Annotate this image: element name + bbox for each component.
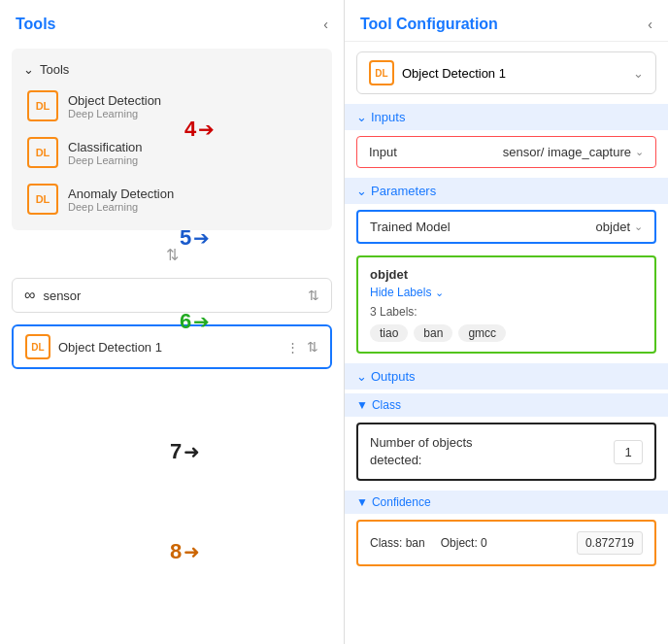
confidence-class-text: Class: ban [370,536,425,550]
sensor-adjust-icon: ⇅ [308,288,319,303]
tool-type-1: Deep Learning [68,108,161,119]
sensor-text: sensor [43,288,81,303]
sensor-icon: ∞ [24,287,35,304]
tool-type-2: Deep Learning [68,154,143,166]
dl-badge-3: DL [27,184,58,215]
hide-labels-row[interactable]: Hide Labels ⌄ [370,286,643,299]
confidence-chevron-icon: ▼ [356,495,368,509]
detection-row[interactable]: DL Object Detection 1 ⋮ ⇅ [12,324,332,369]
model-row-value: objdet ⌄ [596,220,643,234]
inputs-section-header: ⌄ Inputs [345,104,668,130]
class-box-label: Number of objectsdetected: [370,434,473,469]
tool-name-dropdown-label: Object Detection 1 [402,66,506,81]
inputs-label: Inputs [371,110,405,124]
left-collapse-icon[interactable]: ‹ [323,17,328,32]
right-collapse-icon[interactable]: ‹ [648,17,652,32]
labels-box: objdet Hide Labels ⌄ 3 Labels: tiao ban … [356,255,656,354]
input-value-container: sensor/ image_capture ⌄ [503,145,644,159]
adjust-icon-row: ⇅ [0,238,344,272]
confidence-box: Class: ban Object: 0 0.872719 [356,520,656,566]
right-header: Tool Configuration ‹ [345,0,668,42]
tool-name-dropdown[interactable]: DL Object Detection 1 ⌄ [356,51,656,94]
dropdown-chevron-icon: ⌄ [633,66,644,81]
sensor-label: ∞ sensor [24,287,81,304]
parameters-label: Parameters [371,184,436,198]
adjust-icon: ⇅ [166,246,179,264]
annotation-7-number: 7 [170,439,182,464]
annotation-7: 7 ➜ [170,439,200,464]
confidence-label: Confidence [372,495,431,509]
outputs-chevron-icon: ⌄ [356,369,367,384]
list-item[interactable]: DL Classification Deep Learning [12,129,332,176]
model-dropdown-icon: ⌄ [634,220,643,233]
class-chevron-icon: ▼ [356,398,368,412]
right-panel: Tool Configuration ‹ DL Object Detection… [345,0,668,644]
class-box-value: 1 [614,440,643,464]
hide-labels-text: Hide Labels [370,286,431,299]
parameters-section-header: ⌄ Parameters [345,178,668,204]
tools-group-header[interactable]: ⌄ Tools [12,56,332,83]
input-row[interactable]: Input sensor/ image_capture ⌄ [356,136,656,168]
right-panel-title: Tool Configuration [360,16,498,33]
more-icon[interactable]: ⋮ [286,340,299,355]
labels-box-title: objdet [370,267,643,282]
left-panel-title: Tools [16,16,55,33]
dl-badge-1: DL [27,90,58,121]
annotation-8-number: 8 [170,539,182,564]
sensor-row[interactable]: ∞ sensor ⇅ [12,278,332,313]
left-panel: Tools ‹ ⌄ Tools DL Object Detection Deep… [0,0,345,644]
confidence-section-header: ▼ Confidence [345,491,668,514]
tool-name-1: Object Detection [68,93,161,108]
inputs-chevron-icon: ⌄ [356,110,367,124]
list-item[interactable]: DL Object Detection Deep Learning [12,83,332,129]
class-label: Class [372,398,401,412]
annotation-7-arrow: ➜ [184,440,200,463]
label-tag: tiao [370,324,408,342]
input-dropdown-icon: ⌄ [635,146,644,158]
tool-name-3: Anomaly Detection [68,186,174,201]
tools-group-label: Tools [40,62,69,77]
input-label: Input [369,145,397,159]
labels-tags: tiao ban gmcc [370,324,643,342]
tools-chevron-down-icon: ⌄ [23,62,34,77]
dl-badge-2: DL [27,137,58,168]
class-section-header: ▼ Class [345,393,668,417]
tool-type-3: Deep Learning [68,201,174,213]
hide-labels-chevron-icon: ⌄ [435,287,444,299]
parameters-chevron-icon: ⌄ [356,184,367,198]
annotation-8: 8 ➜ [170,539,200,564]
detection-icons: ⋮ ⇅ [286,339,318,355]
trained-model-label: Trained Model [370,220,451,234]
tool-info-1: Object Detection Deep Learning [68,93,161,119]
tool-dl-badge: DL [369,60,394,85]
list-item[interactable]: DL Anomaly Detection Deep Learning [12,176,332,222]
outputs-label: Outputs [371,369,416,384]
input-value: sensor/ image_capture [503,145,631,159]
labels-count: 3 Labels: [370,305,643,319]
annotation-8-arrow: ➜ [184,540,200,563]
tool-info-2: Classification Deep Learning [68,140,143,166]
tool-info-3: Anomaly Detection Deep Learning [68,186,174,213]
tool-name-left: DL Object Detection 1 [369,60,506,85]
detection-text: Object Detection 1 [58,340,162,355]
tool-name-2: Classification [68,140,143,154]
detection-label: DL Object Detection 1 [25,334,162,359]
trained-model-value: objdet [596,220,630,234]
confidence-value: 0.872719 [577,531,643,555]
confidence-object-text: Object: 0 [441,536,487,550]
class-box: Number of objectsdetected: 1 [356,423,656,481]
left-header: Tools ‹ [0,0,344,41]
label-tag: ban [414,324,452,342]
detection-adjust-icon: ⇅ [307,339,318,355]
label-tag: gmcc [458,324,506,342]
detection-dl-badge: DL [25,334,50,359]
outputs-section-header: ⌄ Outputs [345,363,668,390]
model-row[interactable]: Trained Model objdet ⌄ [356,210,656,244]
tools-group: ⌄ Tools DL Object Detection Deep Learnin… [12,49,332,230]
